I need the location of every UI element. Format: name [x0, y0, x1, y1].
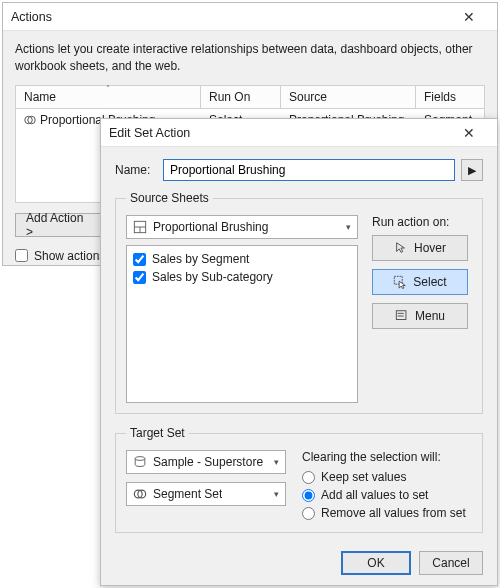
- source-dashboard-dropdown[interactable]: Proportional Brushing ▾: [126, 215, 358, 239]
- sheet-label: Sales by Sub-category: [152, 270, 273, 284]
- datasource-icon: [133, 455, 147, 469]
- col-header-source[interactable]: Source: [281, 86, 416, 108]
- target-set-dropdown[interactable]: Segment Set ▾: [126, 482, 286, 506]
- set-icon: [133, 487, 147, 501]
- col-header-fields[interactable]: Fields: [416, 86, 484, 108]
- svg-rect-6: [396, 311, 406, 320]
- run-select-button[interactable]: Select: [372, 269, 468, 295]
- run-action-label: Run action on:: [372, 215, 472, 229]
- radio-remove[interactable]: Remove all values from set: [302, 504, 472, 522]
- target-set-legend: Target Set: [126, 426, 189, 440]
- sheet-checkbox[interactable]: [133, 271, 146, 284]
- radio-keep[interactable]: Keep set values: [302, 468, 472, 486]
- col-header-runon[interactable]: Run On: [201, 86, 281, 108]
- chevron-down-icon: ▾: [274, 489, 279, 499]
- dashboard-icon: [133, 220, 147, 234]
- radio-add[interactable]: Add all values to set: [302, 486, 472, 504]
- name-label: Name:: [115, 163, 157, 177]
- list-item[interactable]: Sales by Sub-category: [133, 268, 351, 286]
- svg-point-9: [135, 457, 145, 461]
- insert-menu-button[interactable]: ▶: [461, 159, 483, 181]
- chevron-down-icon: ▾: [346, 222, 351, 232]
- radio-add-input[interactable]: [302, 489, 315, 502]
- target-datasource-dropdown[interactable]: Sample - Superstore ▾: [126, 450, 286, 474]
- edit-set-action-window: Edit Set Action ✕ Name: ▶ Source Sheets: [100, 118, 498, 586]
- add-action-button[interactable]: Add Action >: [15, 213, 101, 237]
- menu-icon: [395, 309, 409, 323]
- select-icon: [393, 275, 407, 289]
- radio-remove-input[interactable]: [302, 507, 315, 520]
- list-item[interactable]: Sales by Segment: [133, 250, 351, 268]
- source-sheets-group: Source Sheets Proportional Brushing ▾: [115, 191, 483, 414]
- actions-grid-header: ˄ Name Run On Source Fields: [15, 85, 485, 108]
- edit-titlebar: Edit Set Action ✕: [101, 119, 497, 147]
- target-set-group: Target Set Sample - Superstore ▾: [115, 426, 483, 533]
- ok-button[interactable]: OK: [341, 551, 411, 575]
- source-dashboard-text: Proportional Brushing: [153, 220, 268, 234]
- show-actions-checkbox-input[interactable]: [15, 249, 28, 262]
- source-sheets-legend: Source Sheets: [126, 191, 213, 205]
- radio-keep-input[interactable]: [302, 471, 315, 484]
- run-menu-button[interactable]: Menu: [372, 303, 468, 329]
- close-icon[interactable]: ✕: [449, 119, 489, 146]
- source-sheets-list: Sales by Segment Sales by Sub-category: [126, 245, 358, 403]
- actions-title: Actions: [11, 10, 52, 24]
- target-set-text: Segment Set: [153, 487, 222, 501]
- edit-title: Edit Set Action: [109, 126, 190, 140]
- action-name-input[interactable]: [163, 159, 455, 181]
- sheet-checkbox[interactable]: [133, 253, 146, 266]
- sheet-label: Sales by Segment: [152, 252, 249, 266]
- chevron-down-icon: ▾: [274, 457, 279, 467]
- sort-indicator-icon: ˄: [106, 84, 110, 93]
- close-icon[interactable]: ✕: [449, 3, 489, 30]
- col-header-name[interactable]: ˄ Name: [16, 86, 201, 108]
- actions-intro-text: Actions let you create interactive relat…: [15, 41, 485, 75]
- set-icon: [24, 114, 36, 126]
- cancel-button[interactable]: Cancel: [419, 551, 483, 575]
- run-hover-button[interactable]: Hover: [372, 235, 468, 261]
- actions-titlebar: Actions ✕: [3, 3, 497, 31]
- caret-right-icon: ▶: [468, 164, 476, 177]
- hover-icon: [394, 241, 408, 255]
- clearing-label: Clearing the selection will:: [302, 450, 472, 464]
- target-datasource-text: Sample - Superstore: [153, 455, 263, 469]
